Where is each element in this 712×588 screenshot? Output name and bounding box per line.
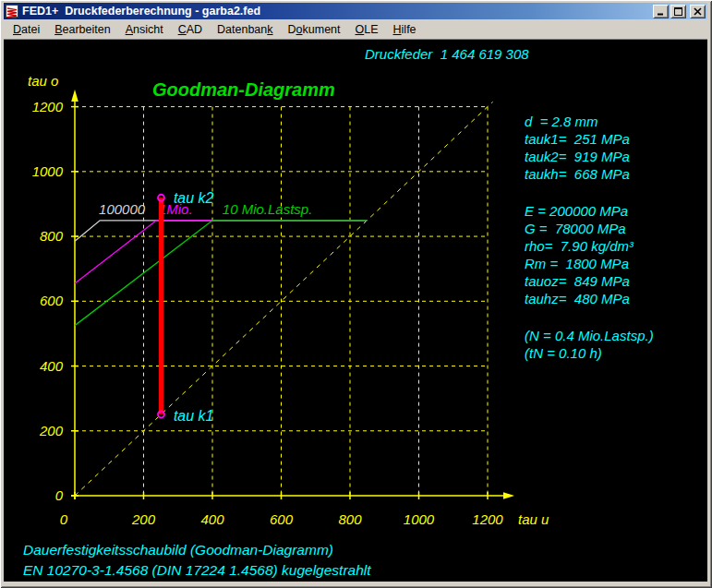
app-window: FED1+ Druckfederberechnung - garba2.fed … [0, 0, 712, 588]
svg-text:tau o: tau o [28, 73, 58, 89]
info-panel: d = 2.8 mm tauk1= 251 MPa tauk2= 919 MPa… [525, 113, 654, 362]
footer-note: Dauerfestigkeitsschaubild (Goodman-Diagr… [23, 540, 371, 581]
menu-item-ole[interactable]: OLE [348, 21, 386, 38]
menu-item-cad[interactable]: CAD [171, 21, 210, 38]
svg-text:tau k2: tau k2 [174, 190, 214, 206]
svg-text:200: 200 [39, 423, 64, 438]
spring-values-block: d = 2.8 mm tauk1= 251 MPa tauk2= 919 MPa… [525, 113, 654, 183]
menubar: DateiBearbeitenAnsichtCADDatenbankDokume… [4, 19, 707, 39]
svg-text:tau u: tau u [518, 511, 549, 527]
svg-text:400: 400 [40, 358, 64, 374]
maximize-icon [674, 7, 682, 16]
menu-item-bearbeiten[interactable]: Bearbeiten [47, 21, 117, 38]
close-icon [694, 7, 702, 16]
svg-text:800: 800 [40, 228, 64, 244]
svg-text:tau k1: tau k1 [174, 408, 214, 424]
minimize-icon [657, 7, 665, 16]
svg-text:1000: 1000 [32, 163, 64, 179]
menu-item-datenbank[interactable]: Datenbank [210, 21, 280, 38]
svg-text:600: 600 [40, 293, 64, 308]
svg-text:1000: 1000 [404, 511, 435, 527]
menu-item-dokument[interactable]: Dokument [281, 21, 348, 38]
svg-text:1200: 1200 [472, 511, 503, 527]
svg-text:10 Mio.Lastsp.: 10 Mio.Lastsp. [223, 201, 313, 217]
menu-item-datei[interactable]: Datei [6, 21, 47, 38]
svg-text:800: 800 [338, 511, 362, 527]
maximize-button[interactable] [670, 5, 686, 18]
close-button[interactable] [690, 5, 706, 18]
svg-text:100000: 100000 [99, 201, 146, 217]
svg-text:200: 200 [131, 511, 156, 527]
svg-text:0: 0 [60, 511, 68, 527]
menu-item-hilfe[interactable]: Hilfe [386, 21, 424, 38]
cycle-values-block: (N = 0.4 Mio.Lastsp.) (tN = 0.10 h) [525, 327, 654, 362]
svg-text:400: 400 [200, 511, 224, 527]
material-values-block: E = 200000 MPa G = 78000 MPa rho= 7.90 k… [525, 202, 654, 307]
svg-text:600: 600 [270, 511, 294, 527]
menu-item-ansicht[interactable]: Ansicht [118, 21, 171, 38]
svg-text:Goodman-Diagramm: Goodman-Diagramm [152, 79, 335, 100]
svg-text:1200: 1200 [32, 99, 64, 114]
titlebar[interactable]: FED1+ Druckfederberechnung - garba2.fed [4, 3, 707, 19]
part-number-label: Druckfeder 1 464 619 308 [365, 46, 529, 62]
svg-text:0: 0 [55, 487, 64, 503]
window-title: FED1+ Druckfederberechnung - garba2.fed [22, 3, 651, 19]
client-area: 0200400600800100012000200400600800100012… [4, 39, 707, 582]
minimize-button[interactable] [653, 5, 669, 18]
spring-app-icon [6, 5, 18, 18]
